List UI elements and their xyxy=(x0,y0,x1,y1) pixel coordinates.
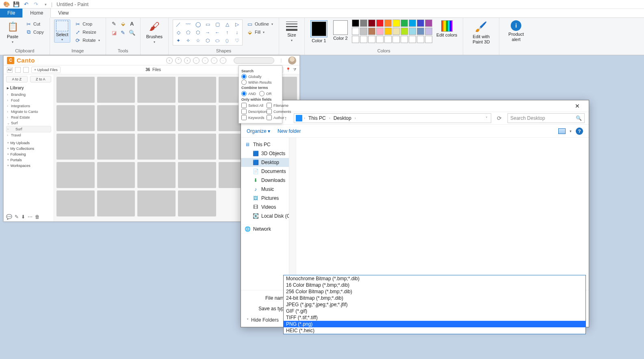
c-trash-icon[interactable]: 🗑 xyxy=(35,214,40,220)
f-comments[interactable]: Comments xyxy=(267,109,291,114)
color-swatch[interactable] xyxy=(352,19,359,27)
tab-view[interactable]: View xyxy=(51,9,76,17)
color2-button[interactable]: Color 2 xyxy=(332,19,349,41)
color-swatch[interactable] xyxy=(384,19,392,27)
thumbnail[interactable] xyxy=(56,105,95,131)
side-link[interactable]: ∘ My Collections xyxy=(6,146,51,151)
pencil-tool[interactable]: ✎ xyxy=(110,19,118,28)
shapes-gallery[interactable]: ／〰◯▭▢△▷ ◇⬠⬡→←↑↓ ✦✧☆⬡⬭⬯♡ xyxy=(173,19,243,45)
thumbnail[interactable] xyxy=(178,190,216,216)
view-button[interactable] xyxy=(558,128,566,134)
color-swatch[interactable] xyxy=(401,36,408,43)
c-dl-icon[interactable]: ⬇ xyxy=(21,214,25,220)
color1-button[interactable]: Color 1 xyxy=(309,19,329,43)
color-swatch[interactable] xyxy=(392,28,400,35)
thumbnail[interactable] xyxy=(97,77,135,103)
color-swatch[interactable] xyxy=(401,28,408,35)
thumbnail[interactable] xyxy=(178,77,216,103)
picker-tool[interactable]: ✎ xyxy=(119,28,127,37)
undo-icon[interactable]: ↶ xyxy=(22,0,30,9)
brushes-button[interactable]: 🖌 Brushes ▾ xyxy=(145,19,164,44)
close-button[interactable]: ✕ xyxy=(569,101,585,111)
combine-and[interactable]: AND xyxy=(241,91,256,96)
color-swatch[interactable] xyxy=(392,36,400,43)
thumbnail[interactable] xyxy=(137,105,176,131)
tree-item[interactable]: Integrations xyxy=(6,103,51,109)
outline-button[interactable]: ▭Outline xyxy=(245,20,275,28)
thumbnail[interactable] xyxy=(56,77,95,103)
f-description[interactable]: Description xyxy=(241,109,267,114)
thumbnail[interactable] xyxy=(137,190,176,216)
c-edit-icon[interactable]: ✎ xyxy=(15,214,19,220)
thumbnail[interactable] xyxy=(56,190,95,216)
nav-next-icon[interactable]: › xyxy=(184,57,191,64)
side-link[interactable]: ∘ My Uploads xyxy=(6,140,51,146)
refresh-button[interactable]: ⟳ xyxy=(495,114,503,122)
thumbnail[interactable] xyxy=(97,190,135,216)
f-selectall[interactable]: Select All xyxy=(241,103,267,108)
color-swatch[interactable] xyxy=(360,19,367,27)
tree-item[interactable]: Food xyxy=(6,97,51,103)
file-list[interactable] xyxy=(296,138,589,290)
c-more-icon[interactable]: ⋯ xyxy=(28,214,33,220)
zoom-tool[interactable]: 🔍 xyxy=(128,28,136,37)
nav-c-icon[interactable]: · xyxy=(220,57,226,64)
palette-row-2[interactable] xyxy=(352,28,432,35)
color-swatch[interactable] xyxy=(417,28,424,35)
tree-node[interactable]: 🟦Desktop xyxy=(241,158,296,167)
color-swatch[interactable] xyxy=(417,36,424,43)
sort-list-icon[interactable] xyxy=(23,67,29,73)
paste-button[interactable]: 📋 Paste ▾ xyxy=(4,19,21,44)
color-swatch[interactable] xyxy=(384,28,392,35)
help-button[interactable]: ? xyxy=(576,128,583,135)
crop-button[interactable]: ✂Crop xyxy=(73,20,101,28)
side-link[interactable]: ∘ Following xyxy=(6,151,51,157)
crumb-desktop[interactable]: Desktop xyxy=(331,115,354,122)
color-swatch[interactable] xyxy=(376,19,384,27)
dropdown-option[interactable]: 24-bit Bitmap (*.bmp;*.dib) xyxy=(284,295,585,301)
c-chat-icon[interactable]: 💬 xyxy=(6,214,12,220)
thumbnail[interactable] xyxy=(137,162,176,188)
tree-node[interactable]: 📄Documents xyxy=(241,167,296,176)
canto-more-icon[interactable]: ⋮ xyxy=(279,58,283,63)
color-swatch[interactable] xyxy=(417,19,424,27)
color-swatch[interactable] xyxy=(368,19,375,27)
rotate-button[interactable]: ⟳Rotate xyxy=(73,37,101,44)
color-swatch[interactable] xyxy=(368,28,375,35)
tree-node[interactable]: 🌐Network xyxy=(241,225,296,234)
tree-node[interactable]: 🎞Videos xyxy=(241,203,296,212)
tab-home[interactable]: Home xyxy=(22,8,51,18)
scrollbar-thumb[interactable] xyxy=(290,139,295,147)
color-swatch[interactable] xyxy=(352,28,359,35)
product-alert-button[interactable]: i Product alert xyxy=(503,19,529,42)
sort-a-to-z[interactable]: A to Z xyxy=(6,76,28,82)
thumbnail[interactable] xyxy=(97,162,135,188)
f-filename[interactable]: Filename xyxy=(267,103,291,108)
library-header[interactable]: ▸ Library xyxy=(6,84,51,91)
cut-button[interactable]: ✂Cut xyxy=(24,20,46,28)
thumbnail[interactable] xyxy=(178,162,216,188)
color-swatch[interactable] xyxy=(376,36,384,43)
thumbnail[interactable] xyxy=(56,134,95,160)
tree-item[interactable]: Surf xyxy=(6,126,51,132)
canto-avatar[interactable] xyxy=(288,56,296,65)
color-swatch[interactable] xyxy=(360,28,367,35)
folder-tree[interactable]: 🖥This PC🟦3D Objects🟦Desktop📄Documents⬇Do… xyxy=(241,138,296,290)
color-swatch[interactable] xyxy=(352,36,359,43)
thumbnail[interactable] xyxy=(178,105,216,131)
tree-node[interactable]: 🖼Pictures xyxy=(241,194,296,203)
scope-results[interactable]: Within Results xyxy=(241,80,280,85)
dropdown-option[interactable]: PNG (*.png) xyxy=(284,321,585,327)
f-keywords[interactable]: Keywords xyxy=(241,115,267,120)
thumbnail[interactable] xyxy=(137,134,176,160)
dropdown-option[interactable]: HEIC (*.heic) xyxy=(284,327,585,334)
organize-button[interactable]: Organize ▾ xyxy=(247,128,270,134)
f-author[interactable]: Author xyxy=(267,115,291,120)
select-button[interactable]: Select ▾ xyxy=(54,19,71,43)
fill-tool[interactable]: ⬙ xyxy=(119,19,127,28)
thumbnail[interactable] xyxy=(97,134,135,160)
qat-more-icon[interactable]: ▾ xyxy=(41,0,50,9)
color-swatch[interactable] xyxy=(384,36,392,43)
nav-c-icon[interactable]: · xyxy=(193,57,199,64)
crumb-this-pc[interactable]: This PC xyxy=(306,115,328,122)
